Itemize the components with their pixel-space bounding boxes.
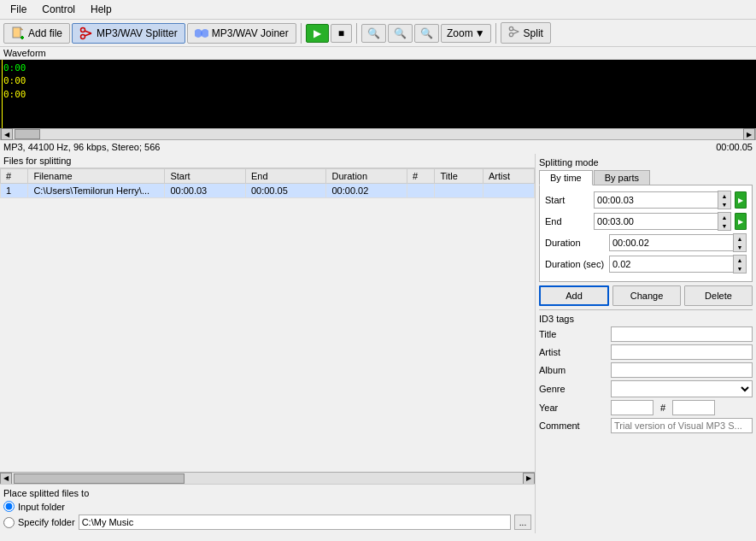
search-button-2[interactable]: 🔍 <box>388 24 413 43</box>
end-row: End ▲ ▼ ▶ <box>545 212 747 231</box>
time-line-3: 0:00 <box>3 88 753 101</box>
split-label: Split <box>524 27 543 39</box>
end-input[interactable] <box>594 213 718 230</box>
search-icon-3: 🔍 <box>420 27 433 39</box>
file-table: # Filename Start End Duration # Title Ar… <box>0 168 535 198</box>
id3-comment-input[interactable] <box>611 418 753 433</box>
col-hash: # <box>407 169 435 184</box>
file-info-left: MP3, 44100 Hz, 96 kbps, Stereo; 566 <box>3 142 160 152</box>
table-scroll-right[interactable]: ▶ <box>523 473 535 485</box>
duration-sec-label: Duration (sec) <box>545 259 606 269</box>
menu-file[interactable]: File <box>3 2 33 17</box>
scrollbar-thumb[interactable] <box>15 129 40 139</box>
search-button-3[interactable]: 🔍 <box>414 24 439 43</box>
svg-line-6 <box>85 31 91 33</box>
end-play-button[interactable]: ▶ <box>735 213 747 230</box>
col-start: Start <box>165 169 246 184</box>
add-file-button[interactable]: Add file <box>3 23 70 44</box>
duration-spin-down[interactable]: ▼ <box>734 243 746 251</box>
id3-title-input[interactable] <box>611 326 753 342</box>
duration-spin-group: ▲ ▼ <box>609 233 747 252</box>
start-input[interactable] <box>594 191 718 209</box>
time-line-1: 0:00 <box>3 62 753 74</box>
col-title: Title <box>435 169 483 184</box>
zoom-dropdown-icon: ▼ <box>475 27 485 39</box>
duration-spin-up[interactable]: ▲ <box>734 234 746 243</box>
browse-button[interactable]: ... <box>514 515 531 530</box>
splitting-mode-title: Splitting mode <box>539 157 753 168</box>
id3-tags-section: ID3 tags Title Artist Album Genre <box>539 309 753 436</box>
tab-content: Start ▲ ▼ ▶ End <box>539 185 753 282</box>
end-spin-group: ▲ ▼ <box>594 212 731 231</box>
specify-folder-row: Specify folder ... <box>3 515 531 530</box>
stop-icon: ■ <box>338 27 344 39</box>
id3-artist-input[interactable] <box>611 344 753 360</box>
table-scroll-thumb[interactable] <box>14 473 185 484</box>
stop-button[interactable]: ■ <box>331 24 352 43</box>
joiner-button[interactable]: MP3/WAV Joiner <box>187 23 296 44</box>
start-play-button[interactable]: ▶ <box>735 191 747 209</box>
scroll-left-arrow[interactable]: ◀ <box>1 128 13 140</box>
radio-group: Input folder Specify folder ... <box>3 501 531 530</box>
scroll-right-arrow[interactable]: ▶ <box>743 128 755 140</box>
table-row[interactable]: 1 C:\Users\Temilorun Herry\... 00:00.03 … <box>1 184 535 198</box>
start-spin-down[interactable]: ▼ <box>718 200 730 209</box>
waveform-time: 0:00 0:00 0:00 <box>0 60 756 103</box>
id3-artist-row: Artist <box>539 344 753 360</box>
start-row: Start ▲ ▼ ▶ <box>545 191 747 209</box>
search-button-1[interactable]: 🔍 <box>361 24 386 43</box>
duration-input[interactable] <box>609 234 733 251</box>
menu-help[interactable]: Help <box>84 2 119 17</box>
right-panel: Splitting mode By time By parts Start ▲ … <box>536 154 756 533</box>
table-scroll-left[interactable]: ◀ <box>0 473 12 485</box>
id3-album-row: Album <box>539 362 753 378</box>
id3-year-input[interactable] <box>611 400 653 415</box>
start-label: Start <box>545 195 590 205</box>
id3-album-input[interactable] <box>611 362 753 378</box>
duration-sec-spin-group: ▲ ▼ <box>609 255 747 273</box>
end-spin-up[interactable]: ▲ <box>718 213 730 221</box>
svg-line-12 <box>513 29 519 32</box>
delete-button[interactable]: Delete <box>684 285 753 306</box>
input-folder-radio[interactable] <box>3 501 15 512</box>
col-end: End <box>245 169 326 184</box>
input-folder-label: Input folder <box>18 502 65 512</box>
folder-path-input[interactable] <box>79 515 511 530</box>
tab-by-time[interactable]: By time <box>539 170 593 185</box>
end-spin-btns: ▲ ▼ <box>718 212 731 231</box>
bottom-bar: Place splitted files to Input folder Spe… <box>0 484 535 533</box>
splitter-button[interactable]: MP3/WAV Splitter <box>72 23 185 44</box>
waveform-display[interactable]: 0:00 0:00 0:00 <box>0 60 756 128</box>
files-label: Files for splitting <box>0 154 535 168</box>
add-button[interactable]: Add <box>539 285 609 306</box>
cell-hash <box>407 184 435 198</box>
end-spin-down[interactable]: ▼ <box>718 221 730 230</box>
play-icon: ▶ <box>314 27 321 39</box>
waveform-scrollbar[interactable]: ◀ ▶ <box>0 128 756 140</box>
start-spin-up[interactable]: ▲ <box>718 191 730 200</box>
id3-genre-select[interactable] <box>611 380 753 397</box>
change-button[interactable]: Change <box>612 285 681 306</box>
place-files-label: Place splitted files to <box>3 488 531 498</box>
table-scrollbar[interactable]: ◀ ▶ <box>0 472 535 484</box>
id3-hash-label: # <box>660 403 665 413</box>
col-filename: Filename <box>28 169 165 184</box>
play-button[interactable]: ▶ <box>306 24 329 43</box>
duration-label: Duration <box>545 238 606 248</box>
duration-row: Duration ▲ ▼ <box>545 233 747 252</box>
file-table-wrapper[interactable]: # Filename Start End Duration # Title Ar… <box>0 168 535 472</box>
main-layout: Files for splitting # Filename Start End… <box>0 154 756 533</box>
menu-control[interactable]: Control <box>35 2 82 17</box>
zoom-button[interactable]: Zoom ▼ <box>441 24 491 43</box>
specify-folder-radio[interactable] <box>3 517 15 528</box>
joiner-icon <box>195 26 208 40</box>
duration-sec-input[interactable] <box>609 256 733 273</box>
id3-track-input[interactable] <box>672 400 715 415</box>
duration-sec-spin-up[interactable]: ▲ <box>734 256 746 264</box>
split-button[interactable]: Split <box>501 22 551 44</box>
time-line-2: 0:00 <box>3 74 753 87</box>
duration-sec-spin-down[interactable]: ▼ <box>734 264 746 273</box>
tab-by-parts[interactable]: By parts <box>594 170 650 185</box>
zoom-label: Zoom <box>447 27 473 39</box>
end-label: End <box>545 216 590 226</box>
